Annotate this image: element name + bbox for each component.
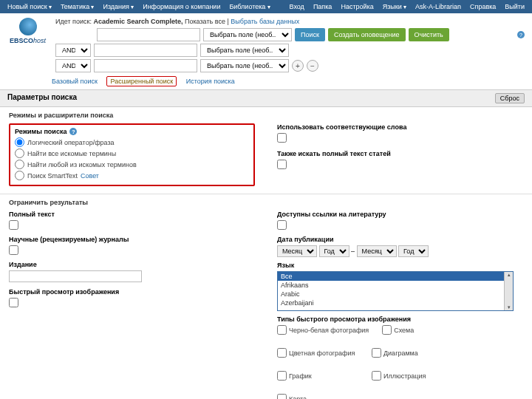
add-row-button[interactable]: + bbox=[292, 60, 304, 72]
search-button[interactable]: Поиск bbox=[295, 28, 325, 41]
to-month[interactable]: Месяц bbox=[357, 245, 397, 257]
imgquick-checkbox[interactable] bbox=[9, 298, 18, 307]
scrollbar[interactable]: ▴▾ bbox=[504, 272, 513, 310]
top-nav: Новый поиск Тематика Издания Информация … bbox=[0, 0, 532, 13]
params-header: Параметры поиска Сброс bbox=[0, 89, 532, 107]
search-area: Идет поиск: Academic Search Complete, По… bbox=[55, 18, 525, 75]
publication-label: Издание bbox=[9, 261, 255, 268]
tab-history[interactable]: История поиска bbox=[186, 78, 235, 85]
nav-exit[interactable]: Выйти bbox=[505, 3, 525, 10]
help-icon[interactable]: ? bbox=[69, 128, 77, 135]
nav-settings[interactable]: Настройка bbox=[341, 3, 373, 10]
lang-label: Язык bbox=[277, 262, 523, 269]
globe-icon bbox=[19, 18, 37, 35]
search-modes-highlight: Режимы поиска? Логический оператор/фраза… bbox=[9, 123, 255, 186]
imgtype-graph[interactable] bbox=[277, 371, 287, 381]
logo: EBSCOhost bbox=[7, 18, 48, 75]
imgquick-label: Быстрый просмотр изображения bbox=[9, 288, 255, 296]
imgtype-bw-photo[interactable] bbox=[277, 325, 287, 335]
imgtype-illustration[interactable] bbox=[372, 371, 381, 381]
related-words-checkbox[interactable] bbox=[277, 133, 287, 143]
publication-input[interactable] bbox=[9, 270, 142, 282]
from-month[interactable]: Месяц bbox=[277, 245, 317, 257]
mode-boolean-radio[interactable] bbox=[15, 137, 24, 147]
field-select-3[interactable]: Выбрать поле (необ... bbox=[200, 59, 289, 72]
fulltext-checkbox[interactable] bbox=[9, 220, 18, 230]
modes-section: Режимы и расширители поиска Режимы поиск… bbox=[0, 107, 532, 194]
tab-basic[interactable]: Базовый поиск bbox=[52, 78, 98, 85]
nav-folder[interactable]: Папка bbox=[313, 3, 332, 10]
nav-help[interactable]: Справка bbox=[470, 3, 496, 10]
nav-library[interactable]: Библиотека bbox=[229, 3, 270, 10]
remove-row-button[interactable]: − bbox=[307, 60, 318, 72]
nav-publications[interactable]: Издания bbox=[103, 3, 134, 10]
logo-text: EBSCOhost bbox=[10, 37, 46, 44]
choose-db-link[interactable]: Выбрать базы данных bbox=[231, 18, 299, 25]
refs-label: Доступны ссылки на литературу bbox=[277, 211, 523, 218]
modes-label: Режимы поиска bbox=[15, 128, 66, 135]
create-alert-button[interactable]: Создать оповещение bbox=[328, 28, 406, 41]
search-term-1[interactable] bbox=[97, 28, 200, 41]
help-icon[interactable]: ? bbox=[517, 31, 525, 38]
from-year[interactable]: Год bbox=[319, 245, 349, 257]
nav-languages[interactable]: Языки bbox=[383, 3, 406, 10]
pubdate-label: Дата публикации bbox=[277, 236, 523, 243]
limits-heading: Ограничить результаты bbox=[9, 199, 523, 206]
imgtype-color-photo[interactable] bbox=[277, 348, 287, 358]
field-select-2[interactable]: Выбрать поле (необ... bbox=[200, 44, 289, 57]
peer-label: Научные (рецензируемые) журналы bbox=[9, 236, 255, 243]
mode-smarttext-radio[interactable] bbox=[15, 171, 24, 180]
modes-heading: Режимы и расширители поиска bbox=[9, 112, 523, 119]
nav-topics[interactable]: Тематика bbox=[61, 3, 95, 10]
reset-button[interactable]: Сброс bbox=[495, 93, 525, 103]
tab-advanced[interactable]: Расширенный поиск bbox=[106, 76, 177, 86]
mode-allterms-radio[interactable] bbox=[15, 149, 24, 158]
to-year[interactable]: Год bbox=[398, 245, 429, 257]
fulltext-also-label: Также искать полный текст статей bbox=[277, 150, 523, 157]
refs-checkbox[interactable] bbox=[277, 220, 287, 230]
nav-ask-librarian[interactable]: Ask-A-Librarian bbox=[415, 3, 461, 10]
date-range: Месяц Год – Месяц Год bbox=[277, 245, 523, 257]
search-tabs: Базовый поиск Расширенный поиск История … bbox=[0, 75, 532, 89]
fulltext-label: Полный текст bbox=[9, 211, 255, 218]
search-meta: Идет поиск: Academic Search Complete, По… bbox=[55, 18, 525, 25]
bool-op-2[interactable]: AND bbox=[55, 44, 91, 57]
imgtype-map[interactable] bbox=[277, 394, 287, 399]
fulltext-also-checkbox[interactable] bbox=[277, 160, 287, 169]
search-term-3[interactable] bbox=[94, 59, 197, 72]
image-types: Черно-белая фотография Схема Цветная фот… bbox=[277, 325, 523, 399]
smarttext-hint-link[interactable]: Совет bbox=[81, 172, 99, 180]
peer-checkbox[interactable] bbox=[9, 245, 18, 255]
nav-company-info[interactable]: Информация о компании bbox=[143, 3, 220, 10]
field-select-1[interactable]: Выбрать поле (необ... bbox=[203, 28, 292, 41]
imgtypes-label: Типы быстрого просмотра изображения bbox=[277, 316, 523, 323]
nav-login[interactable]: Вход bbox=[290, 3, 304, 10]
related-words-label: Использовать соответствующие слова bbox=[277, 123, 523, 131]
limits-section: Ограничить результаты Полный текст Научн… bbox=[0, 194, 532, 399]
language-listbox[interactable]: Все Afrikaans Arabic Azerbaijani ▴▾ bbox=[277, 271, 514, 311]
imgtype-diagram[interactable] bbox=[372, 348, 381, 358]
imgtype-scheme[interactable] bbox=[382, 325, 392, 335]
bool-op-3[interactable]: AND bbox=[55, 59, 91, 72]
search-term-2[interactable] bbox=[94, 44, 197, 57]
clear-button[interactable]: Очистить bbox=[409, 28, 449, 41]
nav-new-search[interactable]: Новый поиск bbox=[7, 3, 52, 10]
mode-anyterms-radio[interactable] bbox=[15, 160, 24, 169]
header-row: EBSCOhost Идет поиск: Academic Search Co… bbox=[0, 13, 532, 75]
